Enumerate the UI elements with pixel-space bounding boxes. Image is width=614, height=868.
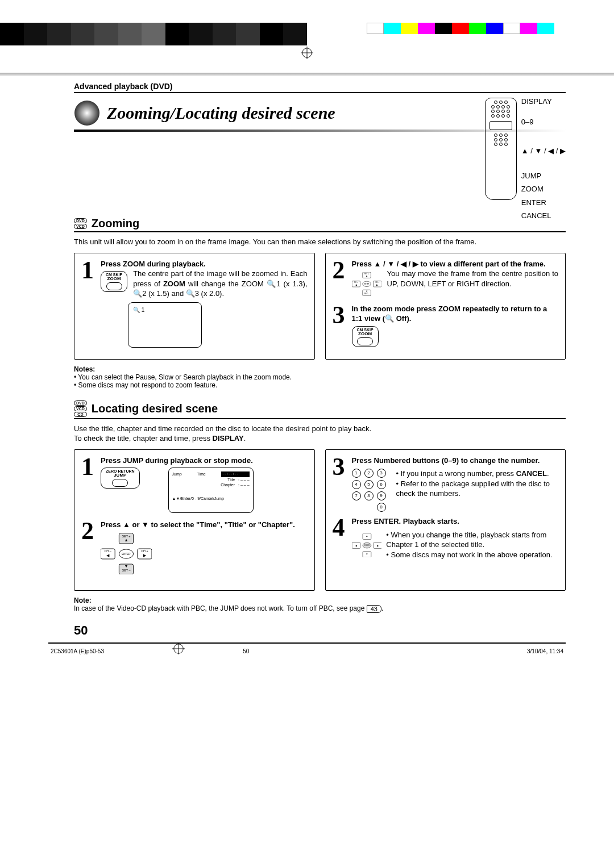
remote-label-jump: JUMP [521,171,566,181]
loc-step4-title: Press ENTER. Playback starts. [352,516,559,527]
title-ornament [74,100,100,126]
svg-text:▲: ▲ [124,537,128,542]
nav-cross-icon: SET +▲ SET –▼ CH –◀ CH +▶ ENTER [352,272,381,296]
step-number-2: 2 [333,259,347,299]
footer-divider [48,642,566,644]
jump-osd-illustration: JumpTime- - : - - : - - Title: – – – Cha… [168,468,254,513]
remote-label-enter: ENTER [521,198,566,208]
disc-badges-zoom: DVDVCD [74,218,87,229]
loc-step3-title: Press Numbered buttons (0–9) to change t… [352,456,559,466]
header-divider [0,73,614,76]
svg-text:◀: ◀ [355,283,357,286]
svg-text:▶: ▶ [376,283,379,286]
nav-cross-icon-2: SET +▲ SET –▼ CH –◀ CH +▶ ENTER [101,533,152,574]
svg-text:CH +: CH + [141,549,148,553]
svg-point-9 [74,101,99,126]
svg-text:ENTER: ENTER [364,544,369,546]
zoom-step1-body2b: ZOOM [163,279,185,288]
svg-text:▲: ▲ [365,274,367,277]
svg-text:ENTER: ENTER [364,283,369,285]
loc-note: Note: In case of the Video-CD playback w… [74,596,566,613]
svg-text:▶: ▶ [376,544,379,547]
section-title-zooming: Zooming [92,217,139,230]
loc-step1-title: Press JUMP during playback or stop mode. [101,456,308,466]
step-number-1: 1 [81,259,96,349]
zoom-button-icon-2: CM SKIP ZOOM [352,326,379,347]
loc-step2-title: Press ▲ or ▼ to select the "Time", "Titl… [101,520,308,530]
page-title: Zooming/Locating desired scene [107,103,335,123]
disc-badges-locating: DVDVCDCD [74,400,87,417]
step-number-2b: 2 [81,520,96,580]
svg-text:▼: ▼ [124,564,128,569]
step-number-3b: 3 [333,456,347,512]
svg-text:▲: ▲ [366,535,368,537]
svg-text:ENTER: ENTER [122,553,131,556]
footer-mid: 50 [243,648,249,654]
zoom-right-column: 2 Press ▲ / ▼ / ◀ / ▶ to view a differen… [325,253,566,360]
zoom-notes: Notes: You can select the Pause, Slow or… [74,365,566,389]
nav-cross-icon-3: ▲ ▼ ◀ ▶ ENTER [352,533,382,557]
zoom-step2-title: Press ▲ / ▼ / ◀ / ▶ to view a different … [352,259,559,269]
remote-label-arrows: ▲ / ▼ / ◀ / ▶ [521,146,566,156]
print-footer: 2C53601A (E)p50-53 50 3/10/04, 11:34 [48,648,566,654]
svg-text:▶: ▶ [143,553,147,558]
svg-text:◀: ◀ [106,553,110,558]
step-number-4: 4 [333,516,347,561]
registration-mark-bottom [172,642,185,654]
svg-text:▼: ▼ [366,553,368,556]
zoom-step3-title: In the zoom mode press ZOOM repeatedly t… [352,304,559,324]
registration-mark-top [0,47,614,61]
loc-left-column: 1 Press JUMP during playback or stop mod… [74,449,315,591]
svg-text:▼: ▼ [365,290,367,293]
footer-left: 2C53601A (E)p50-53 [51,648,104,654]
zoom-step2-body: You may move the frame from the centre p… [387,269,558,289]
page-number: 50 [74,623,566,638]
remote-label-digits: 0–9 [521,117,566,127]
remote-outline [485,98,517,200]
remote-label-display: DISPLAY [521,97,566,107]
keypad-icon: 123 456 789 0 [352,469,387,512]
zoom-step1-title: Press ZOOM during playback. [101,259,308,269]
footer-right: 3/10/04, 11:34 [527,648,563,654]
registration-color-bar [0,23,614,45]
remote-label-cancel: CANCEL [521,211,566,221]
zoom-button-icon: CM SKIP ZOOM [101,271,127,292]
jump-button-icon: ZERO RETURN JUMP [101,468,140,489]
page-reference: 43 [367,605,381,613]
zoom-screen-illustration: 🔍 1 [128,302,202,348]
svg-text:SET –: SET – [364,293,369,295]
loc-right-column: 3 Press Numbered buttons (0–9) to change… [325,449,566,591]
breadcrumb: Advanced playback (DVD) [74,82,566,93]
step-number-1b: 1 [81,456,96,516]
zoom-intro: This unit will allow you to zoom in on t… [74,237,566,247]
section-title-locating: Locating desired scene [92,402,218,415]
svg-text:◀: ◀ [355,544,357,547]
svg-text:SET –: SET – [122,569,131,572]
loc-intro: Use the title, chapter and time recorded… [74,424,566,444]
zoom-step1-body1: The centre part of the image will be zoo… [133,269,288,278]
zoom-left-column: 1 Press ZOOM during playback. CM SKIP ZO… [74,253,315,360]
step-number-3: 3 [333,304,347,347]
svg-text:CH –: CH – [104,549,111,553]
remote-diagram: DISPLAY 0–9 ▲ / ▼ / ◀ / ▶ JUMP ZOOM ENTE… [485,98,566,221]
remote-label-zoom: ZOOM [521,184,566,194]
